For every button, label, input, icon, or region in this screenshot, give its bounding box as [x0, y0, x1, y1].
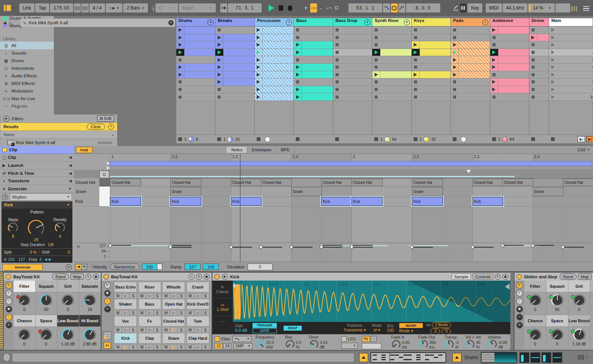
clip-slot[interactable] — [294, 27, 333, 34]
section-tab-launch[interactable]: ▶Launch◀ — [0, 162, 74, 169]
track-header[interactable]: Percussion≡ — [255, 18, 293, 27]
clip-slot[interactable] — [333, 41, 372, 49]
overdub-icon[interactable]: ○○ — [310, 3, 317, 13]
warp-mode-menu[interactable]: Beats ▾ — [399, 328, 423, 333]
browser-forward-button[interactable]: ▶ — [9, 20, 15, 25]
midi-note[interactable]: Closed Hat — [412, 179, 443, 186]
key-strip[interactable] — [99, 187, 110, 197]
clip-slot[interactable] — [215, 56, 254, 64]
drum-pad-whistle[interactable]: WhistleMS — [162, 282, 185, 298]
clip-launch-button[interactable] — [412, 41, 420, 49]
clip-launch-button[interactable] — [176, 34, 184, 41]
file-row[interactable]: ✓Kick Mkit Synth 9.aif — [0, 139, 117, 147]
track-stop-button[interactable] — [257, 137, 260, 141]
output-meter[interactable]: ▼ — [578, 355, 588, 360]
sidebar-item-all[interactable]: |||All — [0, 42, 54, 49]
punch-out-icon[interactable] — [398, 3, 405, 13]
ruler-label[interactable]: 2.4 — [534, 154, 540, 159]
show-clip-view-button[interactable] — [359, 353, 368, 362]
clip-slot[interactable] — [176, 56, 215, 64]
filter-drive-menu[interactable]: SMP▼ — [234, 343, 253, 349]
name-column-header[interactable]: Name▲ — [0, 131, 117, 139]
loop-length-field[interactable]: 8. 0. 0 — [406, 3, 440, 13]
clip-stop-button[interactable] — [215, 27, 223, 34]
hot-swap-icon[interactable]: ∿ — [188, 274, 195, 280]
warp-double-button[interactable]: *2 — [441, 328, 451, 334]
clip-stop-button[interactable] — [294, 34, 301, 41]
clip-slot[interactable] — [490, 71, 529, 79]
clip-slot[interactable] — [255, 41, 293, 49]
nudge-down-icon[interactable]: |||| — [74, 3, 81, 13]
pad-mute-button[interactable]: M — [114, 344, 122, 350]
computer-midi-keyboard-icon[interactable] — [460, 3, 467, 13]
clip-slot[interactable] — [333, 49, 372, 56]
midi-note[interactable]: Closed Hat — [261, 179, 292, 186]
device-on-led[interactable] — [6, 274, 11, 279]
clip-stop-button[interactable] — [451, 78, 458, 86]
clip-slot[interactable] — [333, 71, 372, 79]
grid-interval-menu[interactable]: 1/16▼ — [577, 147, 590, 152]
chevron-left-icon[interactable]: ◀ — [69, 171, 72, 175]
clip-slot[interactable] — [451, 78, 489, 86]
clip-slot[interactable] — [215, 27, 254, 34]
chevron-circle-icon[interactable]: ▼ — [207, 19, 213, 25]
pad-name[interactable]: Bass Echo — [114, 282, 137, 292]
clip-slot[interactable] — [215, 93, 254, 101]
pad-play-button[interactable] — [194, 293, 202, 299]
clip-slot[interactable] — [372, 78, 411, 86]
velocity-marker[interactable] — [108, 244, 112, 247]
clip-launch-button[interactable] — [255, 71, 263, 78]
clip-stop-button[interactable] — [412, 27, 419, 34]
midi-note[interactable]: Snare — [291, 187, 322, 196]
small-knob-dial[interactable] — [285, 339, 295, 350]
clip-stop-button[interactable] — [529, 64, 537, 71]
key-strip[interactable] — [99, 178, 110, 187]
clip-stop-button[interactable] — [176, 78, 184, 86]
clip-stop-button[interactable] — [333, 71, 341, 78]
pad-solo-button[interactable]: S — [154, 344, 161, 350]
fold-button[interactable]: Fold — [76, 147, 93, 153]
clip-launch-button[interactable] — [255, 93, 263, 100]
regenerate-icon[interactable]: ↺ — [2, 194, 8, 200]
track-header[interactable]: Bass Drop▼ — [333, 18, 372, 27]
drum-pad-closed-hat[interactable]: Closed HatMS — [162, 316, 185, 332]
section-tab-transform[interactable]: ◑Transform◀ — [0, 177, 74, 185]
device-thumbnail[interactable] — [530, 352, 540, 363]
volume-value[interactable]: -6.86 dB — [498, 340, 511, 349]
sidebar-item-max-for-live[interactable]: ⊏⊐Max for Live — [0, 95, 54, 102]
pad-play-button[interactable] — [170, 310, 177, 316]
clip-slot[interactable] — [529, 93, 549, 101]
pad-name[interactable]: Voc — [114, 316, 137, 326]
clip-slot[interactable] — [529, 27, 549, 34]
audition-headphone-button[interactable]: Ω — [99, 171, 109, 178]
clip-launch-button[interactable] — [176, 27, 184, 34]
pad-mute-button[interactable]: M — [162, 344, 170, 350]
add-macro-icon[interactable]: + — [6, 290, 12, 297]
clip-slot[interactable] — [451, 41, 489, 49]
generate-button[interactable]: Generate — [2, 264, 43, 271]
sidebar-item-sounds[interactable]: ♪Sounds — [0, 49, 54, 57]
pad-name[interactable]: Tom — [187, 316, 209, 326]
filters-header[interactable]: ▶Filters⊞ Edit — [0, 115, 117, 123]
clip-stop-button[interactable] — [372, 56, 380, 63]
clip-stop-button[interactable] — [372, 93, 380, 100]
clip-stop-button[interactable] — [412, 78, 419, 86]
chevron-circle-icon[interactable]: ▼ — [364, 19, 370, 25]
search-clear-icon[interactable]: × — [168, 20, 174, 25]
clip-slot[interactable] — [255, 64, 293, 71]
clip-launch-button[interactable] — [490, 64, 498, 71]
save-preset-icon[interactable]: ▣ — [93, 274, 99, 280]
drum-pad-tom[interactable]: TomMS — [187, 316, 209, 332]
clip-slot[interactable] — [451, 56, 489, 64]
clip-launch-button[interactable] — [294, 93, 302, 100]
clip-launch-button[interactable] — [372, 71, 380, 78]
scene-row[interactable]: 1 — [549, 27, 593, 34]
clip-slot[interactable] — [294, 78, 333, 86]
small-knob-dial[interactable] — [444, 339, 454, 350]
clip-launch-button[interactable] — [215, 56, 223, 63]
pad-play-button[interactable] — [194, 344, 202, 350]
clip-slot[interactable] — [215, 78, 254, 86]
pad-solo-button[interactable]: S — [129, 293, 137, 299]
clip-slot[interactable] — [451, 27, 489, 34]
lfo-sync-button[interactable]: ♪ — [371, 336, 377, 342]
